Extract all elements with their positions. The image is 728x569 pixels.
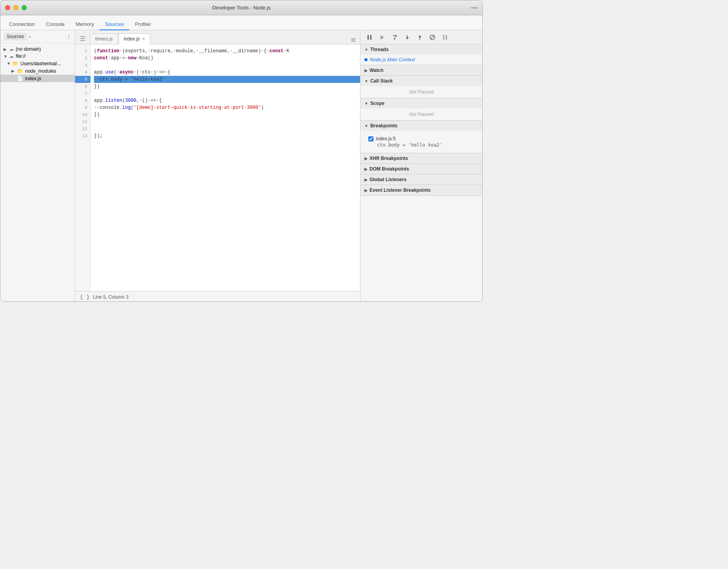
dom-breakpoints-header[interactable]: ▶ DOM Breakpoints xyxy=(360,164,482,174)
code-line-1: (function·(exports,·require,·module,·__f… xyxy=(94,48,360,55)
editor-tabs: ☰ timers.js index.js ✕ ⊞ xyxy=(75,30,360,44)
threads-label: Threads xyxy=(370,47,389,52)
step-into-button[interactable] xyxy=(402,33,412,42)
breakpoints-label: Breakpoints xyxy=(370,123,397,128)
global-listeners-section: ▶ Global Listeners xyxy=(360,174,482,185)
tree-item-index-js[interactable]: 📄 index.js xyxy=(0,75,75,82)
breakpoints-body: index.js:5 ctx.body = 'hello koa2' xyxy=(360,131,482,153)
close-button[interactable] xyxy=(5,5,10,10)
code-line-13: }); xyxy=(94,132,360,139)
tab-memory[interactable]: Memory xyxy=(70,19,99,30)
toggle-sidebar-icon[interactable]: ☰ xyxy=(78,33,87,44)
code-line-2: const·app·=·new·Koa() xyxy=(94,55,360,62)
format-braces-icon[interactable]: { } xyxy=(80,294,90,300)
pause-on-exception-button[interactable] xyxy=(440,33,450,42)
tree-label-node-modules: node_modules xyxy=(25,68,56,74)
threads-section-header[interactable]: ▼ Threads xyxy=(360,44,482,55)
resume-button[interactable] xyxy=(377,33,387,42)
scope-body: Not Paused xyxy=(360,108,482,120)
tab-timers-js[interactable]: timers.js xyxy=(90,33,118,44)
step-out-button[interactable] xyxy=(415,33,425,42)
thread-dot-icon xyxy=(364,58,368,61)
xhr-arrow-icon: ▶ xyxy=(364,156,368,161)
step-over-button[interactable] xyxy=(390,33,400,42)
menu-dots[interactable] xyxy=(471,7,478,9)
tree-arrow-users: ▼ xyxy=(7,61,11,66)
sidebar-expand-icon[interactable]: » xyxy=(29,34,31,39)
line-num-2: 2 xyxy=(75,55,90,62)
watch-section-header[interactable]: ▶ Watch xyxy=(360,65,482,75)
format-icon[interactable]: ⊞ xyxy=(350,35,357,44)
cloud-icon-no-domain: ☁ xyxy=(9,46,14,52)
call-stack-arrow-icon: ▼ xyxy=(364,79,368,83)
dom-breakpoints-label: DOM Breakpoints xyxy=(370,166,409,172)
main-tabs: Connection Console Memory Sources Profil… xyxy=(0,15,482,30)
call-stack-label: Call Stack xyxy=(370,78,393,84)
event-listener-breakpoints-header[interactable]: ▶ Event Listener Breakpoints xyxy=(360,185,482,195)
breakpoint-filename-1: index.js:5 xyxy=(376,136,396,141)
scope-status: Not Paused xyxy=(405,108,438,120)
sources-panel-button[interactable]: Sources xyxy=(4,33,27,40)
window-title: Developer Tools - Node.js xyxy=(212,5,271,11)
line-num-10: 10 xyxy=(75,111,90,118)
line-num-7: 7 xyxy=(75,90,90,97)
tree-arrow-no-domain: ▶ xyxy=(4,47,7,51)
code-line-6: }) xyxy=(94,83,360,90)
breakpoints-section-header[interactable]: ▼ Breakpoints xyxy=(360,121,482,131)
breakpoint-checkbox-1[interactable] xyxy=(368,136,373,141)
xhr-breakpoints-section: ▶ XHR Breakpoints xyxy=(360,153,482,164)
tab-profiler[interactable]: Profiler xyxy=(129,19,156,30)
thread-item-nodejs[interactable]: Node.js Main Context xyxy=(360,55,482,65)
minimize-button[interactable] xyxy=(13,5,18,10)
sidebar: Sources » ⋮ ▶ ☁ (no domain) ▼ ☁ file:// … xyxy=(0,30,75,302)
status-bar: { } Line 5, Column 3 xyxy=(75,291,360,302)
line-num-3: 3 xyxy=(75,62,90,69)
code-line-11 xyxy=(94,118,360,125)
line-num-11: 11 xyxy=(75,118,90,125)
maximize-button[interactable] xyxy=(22,5,27,10)
tree-arrow-node-modules: ▶ xyxy=(11,69,15,73)
global-listeners-header[interactable]: ▶ Global Listeners xyxy=(360,174,482,185)
thread-label-nodejs: Node.js Main Context xyxy=(370,57,415,62)
code-line-9: ··console.log('[demo]·start-quick·is·sta… xyxy=(94,104,360,111)
tree-label-file: file:// xyxy=(16,53,26,59)
tree-arrow-file: ▼ xyxy=(4,54,7,59)
debug-toolbar xyxy=(360,30,482,44)
tab-console[interactable]: Console xyxy=(40,19,70,30)
watch-section: ▶ Watch xyxy=(360,65,482,76)
tab-index-label: index.js xyxy=(124,36,140,42)
line-num-9: 9 xyxy=(75,104,90,111)
call-stack-section-header[interactable]: ▼ Call Stack xyxy=(360,76,482,86)
code-view[interactable]: 1 2 3 4 5 6 7 8 9 10 11 12 13 (function·… xyxy=(75,44,360,291)
code-line-8: app.listen(3000,·()·=>·{ xyxy=(94,97,360,104)
dom-arrow-icon: ▶ xyxy=(364,167,368,171)
pause-button[interactable] xyxy=(364,33,375,42)
breakpoint-item-1: index.js:5 ctx.body = 'hello koa2' xyxy=(364,134,478,150)
threads-section-body: Node.js Main Context xyxy=(360,55,482,65)
global-listeners-label: Global Listeners xyxy=(370,177,406,182)
tab-sources[interactable]: Sources xyxy=(99,19,129,30)
tab-connection[interactable]: Connection xyxy=(4,19,40,30)
line-num-5[interactable]: 5 xyxy=(75,76,90,83)
svg-line-6 xyxy=(430,35,434,39)
code-line-10: }) xyxy=(94,111,360,118)
breakpoints-section: ▼ Breakpoints index.js:5 ctx.body = 'hel… xyxy=(360,121,482,153)
scope-label: Scope xyxy=(370,101,384,106)
folder-icon-users: 📁 xyxy=(12,61,18,66)
call-stack-body: Not Paused xyxy=(360,86,482,98)
tree-label-no-domain: (no domain) xyxy=(16,46,41,52)
xhr-breakpoints-header[interactable]: ▶ XHR Breakpoints xyxy=(360,153,482,163)
tree-item-node-modules[interactable]: ▶ 📁 node_modules xyxy=(0,67,75,75)
tree-item-no-domain[interactable]: ▶ ☁ (no domain) xyxy=(0,46,75,53)
file-tree: ▶ ☁ (no domain) ▼ ☁ file:// ▼ 📁 Users/da… xyxy=(0,43,75,302)
tab-index-js[interactable]: index.js ✕ xyxy=(119,33,151,44)
scope-section-header[interactable]: ▼ Scope xyxy=(360,98,482,108)
line-num-12: 12 xyxy=(75,125,90,132)
tab-timers-label: timers.js xyxy=(95,36,113,42)
close-tab-icon[interactable]: ✕ xyxy=(142,37,145,41)
deactivate-breakpoints-button[interactable] xyxy=(427,33,438,42)
sidebar-more-icon[interactable]: ⋮ xyxy=(66,33,72,40)
tree-item-file[interactable]: ▼ ☁ file:// xyxy=(0,53,75,60)
tree-item-users[interactable]: ▼ 📁 Users/dashenhai/... xyxy=(0,60,75,67)
line-num-13: 13 xyxy=(75,132,90,139)
